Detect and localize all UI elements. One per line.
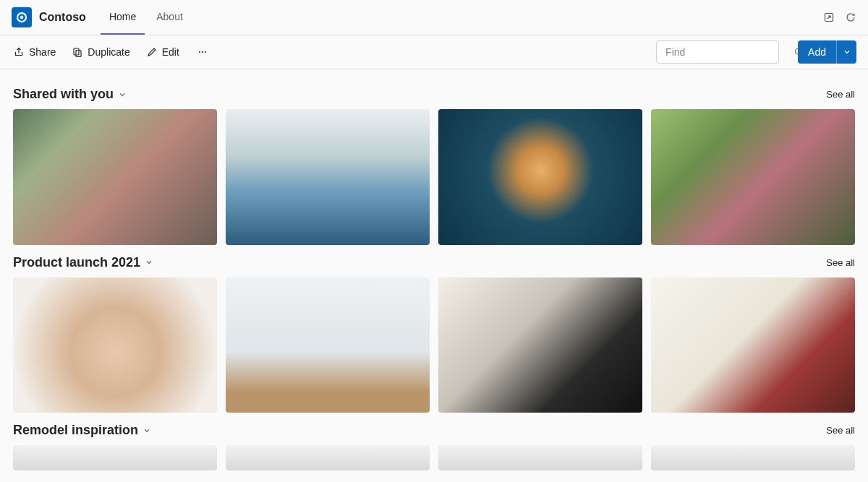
card-paddleboards-on-beach[interactable]	[226, 109, 430, 245]
share-button[interactable]: Share	[12, 43, 57, 61]
nav-home[interactable]: Home	[101, 0, 145, 35]
app-header: Contoso Home About	[0, 0, 868, 35]
card-interior-2[interactable]	[226, 445, 430, 470]
logo-ring-icon	[15, 11, 28, 24]
more-button[interactable]	[194, 43, 211, 61]
more-icon	[197, 46, 208, 58]
svg-point-5	[199, 51, 200, 53]
card-interior-3[interactable]	[438, 445, 642, 470]
search-box[interactable]	[656, 40, 779, 64]
card-tablet-keyboard[interactable]	[438, 277, 642, 413]
edit-icon	[146, 46, 158, 58]
search-input[interactable]	[664, 46, 793, 59]
duplicate-label: Duplicate	[88, 46, 129, 58]
chevron-down-icon	[145, 258, 153, 267]
brand-name: Contoso	[39, 11, 86, 24]
nav-about[interactable]: About	[148, 0, 192, 35]
add-label: Add	[808, 46, 826, 58]
section-title-shared[interactable]: Shared with you	[13, 87, 127, 102]
app-logo	[12, 7, 32, 27]
card-three-friends-selfie[interactable]	[13, 109, 217, 245]
share-label: Share	[29, 46, 56, 58]
card-laptop-on-desk[interactable]	[226, 277, 430, 413]
grid-remodel	[13, 445, 855, 470]
edit-button[interactable]: Edit	[145, 43, 181, 61]
section-title-product[interactable]: Product launch 2021	[13, 255, 153, 270]
share-icon	[13, 46, 25, 58]
card-interior-4[interactable]	[651, 445, 855, 470]
section-title-remodel[interactable]: Remodel inspiration	[13, 423, 151, 438]
command-bar: Share Duplicate Edit Add	[0, 35, 868, 69]
section-title-shared-text: Shared with you	[13, 87, 114, 102]
card-hands-on-laptop[interactable]	[13, 277, 217, 413]
chevron-down-icon	[142, 426, 151, 435]
see-all-product[interactable]: See all	[826, 257, 855, 268]
grid-shared	[13, 109, 855, 245]
section-header-product: Product launch 2021 See all	[13, 255, 855, 270]
popout-icon[interactable]	[823, 12, 835, 23]
chevron-down-icon	[118, 90, 127, 99]
duplicate-icon	[72, 46, 83, 58]
duplicate-button[interactable]: Duplicate	[70, 43, 131, 61]
header-icon-group	[823, 12, 856, 23]
card-tablet-floor-plan[interactable]	[651, 277, 855, 413]
see-all-remodel[interactable]: See all	[826, 425, 855, 436]
see-all-shared[interactable]: See all	[826, 89, 855, 100]
add-dropdown[interactable]	[836, 40, 856, 64]
gallery-content: Shared with you See all Product launch 2…	[0, 69, 868, 482]
primary-nav: Home About	[101, 0, 192, 35]
chevron-down-icon	[843, 48, 851, 56]
edit-label: Edit	[162, 46, 179, 58]
refresh-icon[interactable]	[845, 12, 856, 23]
section-header-remodel: Remodel inspiration See all	[13, 423, 855, 438]
section-header-shared: Shared with you See all	[13, 87, 855, 102]
card-dog-on-trampoline[interactable]	[438, 109, 642, 245]
nav-home-label: Home	[109, 11, 136, 22]
card-interior-1[interactable]	[13, 445, 217, 470]
nav-about-label: About	[156, 11, 183, 22]
add-split-button: Add	[798, 40, 856, 64]
add-button[interactable]: Add	[798, 40, 836, 64]
grid-product	[13, 277, 855, 413]
section-title-remodel-text: Remodel inspiration	[13, 423, 138, 438]
section-title-product-text: Product launch 2021	[13, 255, 140, 270]
card-group-selfie-outdoors[interactable]	[651, 109, 855, 245]
svg-point-7	[205, 51, 206, 53]
svg-point-6	[202, 51, 203, 53]
svg-point-1	[20, 16, 24, 20]
